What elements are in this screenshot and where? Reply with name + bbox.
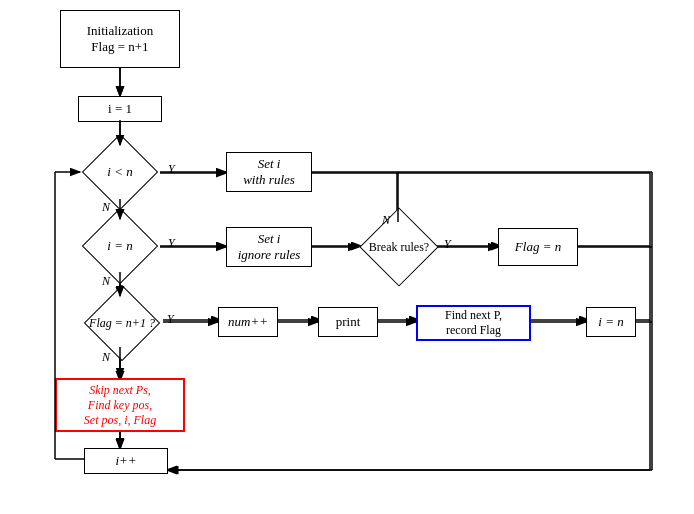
skip-box: Skip next Ps, Find key pos, Set pos, i, … (55, 378, 185, 432)
i-pp-label: i++ (115, 453, 136, 469)
init-label: Initialization Flag = n+1 (87, 23, 153, 55)
i-eq-n-right-label: i = n (598, 314, 623, 330)
skip-label: Skip next Ps, Find key pos, Set pos, i, … (84, 383, 156, 428)
flag-eq-n-box: Flag = n (498, 228, 578, 266)
set-i-rules-label: Set i with rules (243, 156, 295, 188)
yn-i-lt-n-y: Y (168, 162, 175, 177)
i-pp-box: i++ (84, 448, 168, 474)
flowchart: Initialization Flag = n+1 i = 1 i < n Se… (0, 0, 694, 514)
flag-eq-n-label: Flag = n (515, 239, 561, 255)
print-label: print (336, 314, 361, 330)
yn-break-y: Y (444, 237, 451, 252)
yn-break-n: N (382, 213, 390, 228)
diamond-i-lt-n: i < n (80, 145, 160, 199)
i-eq-n-right-box: i = n (586, 307, 636, 337)
diamond-break: Break rules? (355, 219, 443, 275)
i-eq-1-box: i = 1 (78, 96, 162, 122)
yn-flag-y: Y (167, 312, 174, 327)
yn-i-lt-n-n: N (102, 200, 110, 215)
find-next-label: Find next P, record Flag (445, 308, 502, 338)
set-i-rules-box: Set i with rules (226, 152, 312, 192)
num-pp-label: num++ (228, 314, 268, 330)
i-eq-1-label: i = 1 (108, 101, 132, 117)
diamond-i-eq-n: i = n (80, 219, 160, 273)
yn-i-eq-n-n: N (102, 274, 110, 289)
diamond-flag: Flag = n+1 ? (78, 296, 166, 350)
set-i-ignore-box: Set i ignore rules (226, 227, 312, 267)
init-box: Initialization Flag = n+1 (60, 10, 180, 68)
num-pp-box: num++ (218, 307, 278, 337)
set-i-ignore-label: Set i ignore rules (238, 231, 301, 263)
yn-i-eq-n-y: Y (168, 236, 175, 251)
print-box: print (318, 307, 378, 337)
find-next-box: Find next P, record Flag (416, 305, 531, 341)
yn-flag-n: N (102, 350, 110, 365)
